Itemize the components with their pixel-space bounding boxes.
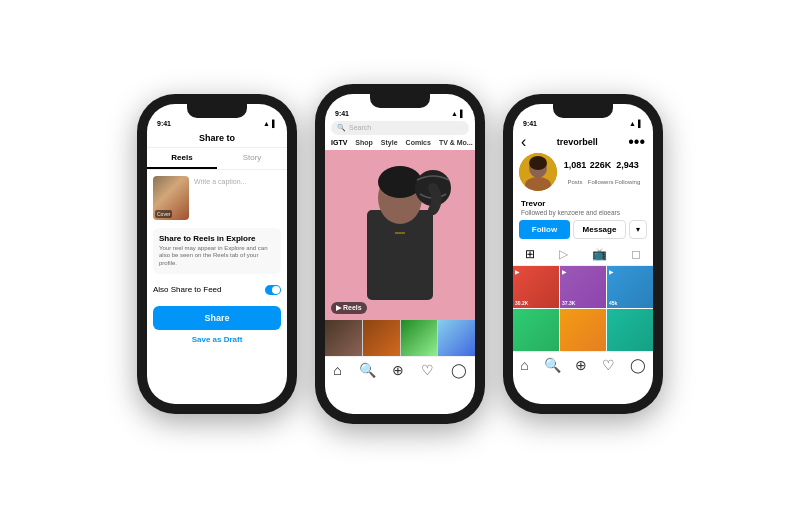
status-icons-3: ▲ ▌: [629, 120, 643, 127]
profile-avatar: [519, 153, 557, 191]
search-icon: 🔍: [337, 124, 346, 132]
profile-grid-item-1[interactable]: ▶ 30.2K: [513, 266, 559, 308]
phone-profile-screen: 9:41 ▲ ▌ ‹ trevorbell •••: [513, 104, 653, 404]
reel-grid-item-1[interactable]: [325, 320, 362, 356]
reel-icon: ▶: [336, 304, 341, 312]
stat-posts-num: 1,081: [564, 160, 587, 170]
follow-button[interactable]: Follow: [519, 220, 570, 239]
save-draft-button[interactable]: Save as Draft: [153, 330, 281, 349]
nav-person-2[interactable]: ◯: [451, 362, 467, 378]
stat-posts-label: Posts: [567, 179, 582, 185]
grid-count-3: 45k: [609, 300, 617, 306]
phone-share: 9:41 ▲ ▌ Share to Reels Story Write a ca…: [137, 94, 297, 414]
signal-3: ▲: [629, 120, 636, 127]
share-option-desc: Your reel may appear in Explore and can …: [159, 245, 275, 268]
profile-grid-item-5[interactable]: [560, 309, 606, 351]
play-icon-2: ▶: [562, 268, 567, 275]
notch-1: [187, 104, 247, 118]
bottom-nav-3: ⌂ 🔍 ⊕ ♡ ◯: [513, 351, 653, 378]
preview-thumbnail: [153, 176, 189, 220]
profile-grid-item-6[interactable]: [607, 309, 653, 351]
phone-profile: 9:41 ▲ ▌ ‹ trevorbell •••: [503, 94, 663, 414]
reel-label-text: Reels: [343, 304, 362, 311]
share-header: Share to: [147, 129, 287, 148]
share-button[interactable]: Share: [153, 306, 281, 330]
more-icon[interactable]: •••: [628, 133, 645, 151]
grid-count-1: 30.2K: [515, 300, 528, 306]
notch-2: [370, 94, 430, 108]
message-button[interactable]: Message: [573, 220, 626, 239]
nav-home-2[interactable]: ⌂: [333, 362, 341, 378]
search-bar[interactable]: 🔍 Search: [331, 121, 469, 135]
time-1: 9:41: [157, 120, 171, 127]
nav-plus-3[interactable]: ⊕: [575, 357, 587, 373]
profile-stats: 1,081 Posts 226K Followers 2,943 Followi…: [557, 156, 647, 192]
reel-grid-item-2[interactable]: [363, 320, 400, 356]
profile-grid-item-3[interactable]: ▶ 45k: [607, 266, 653, 308]
share-option-title: Share to Reels in Explore: [159, 234, 275, 243]
tab-story[interactable]: Story: [217, 148, 287, 169]
grid-count-2: 37.3K: [562, 300, 575, 306]
profile-info-row: 1,081 Posts 226K Followers 2,943 Followi…: [513, 153, 653, 199]
profile-username: trevorbell: [557, 137, 598, 147]
toggle-circle: [272, 286, 280, 294]
nav-heart-2[interactable]: ♡: [421, 362, 434, 378]
nav-search-2[interactable]: 🔍: [359, 362, 376, 378]
caption-input[interactable]: Write a caption...: [194, 176, 281, 220]
profile-header: ‹ trevorbell •••: [513, 129, 653, 153]
stat-followers-label: Followers: [588, 179, 614, 185]
category-comics[interactable]: Comics: [406, 139, 431, 146]
nav-home-3[interactable]: ⌂: [520, 357, 528, 373]
battery-1: ▌: [272, 120, 277, 127]
stat-posts: 1,081 Posts: [564, 160, 587, 188]
category-tv[interactable]: TV & Mo...: [439, 139, 473, 146]
stat-following: 2,943 Following: [615, 160, 640, 188]
category-style[interactable]: Style: [381, 139, 398, 146]
profile-grid-item-2[interactable]: ▶ 37.3K: [560, 266, 606, 308]
profile-tab-reels[interactable]: ▷: [559, 247, 568, 261]
stat-followers: 226K Followers: [588, 160, 614, 188]
category-shop[interactable]: Shop: [355, 139, 373, 146]
share-preview: Write a caption...: [153, 176, 281, 220]
also-share-toggle[interactable]: [265, 285, 281, 295]
followed-by: Followed by kenzoere and eloears: [513, 209, 653, 220]
profile-tab-grid[interactable]: ⊞: [525, 247, 535, 261]
profile-tab-tagged[interactable]: ◻: [631, 247, 641, 261]
nav-plus-2[interactable]: ⊕: [392, 362, 404, 378]
play-icon-1: ▶: [515, 268, 520, 275]
reel-grid-item-3[interactable]: [401, 320, 438, 356]
phone-feed-screen: 9:41 ▲ ▌ 🔍 Search IGTV Shop Style Comics…: [325, 94, 475, 414]
reel-grid-item-4[interactable]: [438, 320, 475, 356]
nav-search-3[interactable]: 🔍: [544, 357, 561, 373]
profile-buttons: Follow Message ▾: [513, 220, 653, 243]
bottom-nav-2: ⌂ 🔍 ⊕ ♡ ◯: [325, 356, 475, 383]
phone-share-screen: 9:41 ▲ ▌ Share to Reels Story Write a ca…: [147, 104, 287, 404]
profile-name: Trevor: [513, 199, 653, 209]
svg-point-9: [529, 156, 547, 170]
phones-container: 9:41 ▲ ▌ Share to Reels Story Write a ca…: [117, 64, 683, 444]
stat-following-label: Following: [615, 179, 640, 185]
main-reel: ▶ Reels: [325, 150, 475, 320]
stat-following-num: 2,943: [615, 160, 640, 170]
profile-grid: ▶ 30.2K ▶ 37.3K ▶ 45k: [513, 266, 653, 351]
profile-tab-tv[interactable]: 📺: [592, 247, 607, 261]
nav-heart-3[interactable]: ♡: [602, 357, 615, 373]
tab-reels[interactable]: Reels: [147, 148, 217, 169]
avatar-svg: [519, 153, 557, 191]
reel-grid: [325, 320, 475, 356]
notch-3: [553, 104, 613, 118]
also-share-label: Also Share to Feed: [153, 285, 221, 294]
svg-point-3: [378, 166, 422, 198]
category-igtv[interactable]: IGTV: [331, 139, 347, 146]
stat-followers-num: 226K: [588, 160, 614, 170]
time-2: 9:41: [335, 110, 349, 117]
status-icons-2: ▲ ▌: [451, 110, 465, 117]
dropdown-button[interactable]: ▾: [629, 220, 647, 239]
categories-bar: IGTV Shop Style Comics TV & Mo...: [325, 139, 475, 150]
time-3: 9:41: [523, 120, 537, 127]
profile-grid-item-4[interactable]: [513, 309, 559, 351]
back-icon[interactable]: ‹: [521, 133, 526, 151]
nav-person-3[interactable]: ◯: [630, 357, 646, 373]
signal-2: ▲: [451, 110, 458, 117]
search-placeholder: Search: [349, 124, 371, 131]
